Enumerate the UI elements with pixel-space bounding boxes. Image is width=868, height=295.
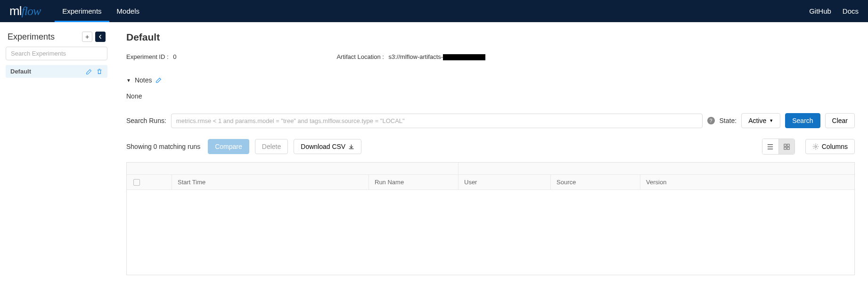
chevron-left-icon xyxy=(98,34,103,39)
grid-icon xyxy=(783,143,790,150)
runs-table: Start Time Run Name User Source Version xyxy=(126,162,855,275)
logo-text-flow: flow xyxy=(21,4,41,18)
svg-rect-1 xyxy=(787,144,789,146)
notes-toggle[interactable]: ▼ Notes xyxy=(126,76,855,84)
search-runs-label: Search Runs: xyxy=(126,117,166,124)
compare-button[interactable]: Compare xyxy=(208,139,249,154)
main-content: Default Experiment ID : 0 Artifact Locat… xyxy=(113,22,868,285)
plus-icon: + xyxy=(85,33,89,41)
collapse-sidebar-button[interactable] xyxy=(95,32,106,42)
search-experiments-input[interactable] xyxy=(6,47,107,60)
nav-tab-experiments[interactable]: Experiments xyxy=(55,0,109,22)
column-start-time[interactable]: Start Time xyxy=(172,175,369,189)
search-runs-input[interactable] xyxy=(171,114,703,128)
nav-tabs: Experiments Models xyxy=(55,0,147,22)
select-all-checkbox[interactable] xyxy=(133,179,140,186)
caret-down-icon: ▼ xyxy=(126,78,131,83)
column-version[interactable]: Version xyxy=(640,175,854,189)
notes-content: None xyxy=(126,92,855,100)
edit-icon[interactable] xyxy=(86,68,92,75)
download-label: Download CSV xyxy=(301,143,345,150)
add-experiment-button[interactable]: + xyxy=(82,32,92,42)
edit-notes-icon[interactable] xyxy=(156,77,162,83)
results-count: Showing 0 matching runs xyxy=(126,143,200,150)
column-run-name[interactable]: Run Name xyxy=(369,175,459,189)
columns-label: Columns xyxy=(822,143,848,150)
delete-icon[interactable] xyxy=(96,68,103,75)
logo-text-ml: ml xyxy=(9,4,21,18)
state-value: Active xyxy=(748,117,766,124)
page-title: Default xyxy=(126,32,855,43)
delete-button[interactable]: Delete xyxy=(255,139,288,154)
notes-label: Notes xyxy=(135,76,152,84)
table-body xyxy=(127,190,854,275)
gear-icon xyxy=(812,143,819,150)
experiment-id-value: 0 xyxy=(173,53,176,60)
redacted-block xyxy=(443,54,485,60)
svg-rect-3 xyxy=(787,147,789,149)
caret-down-icon: ▼ xyxy=(769,118,773,123)
clear-button[interactable]: Clear xyxy=(825,113,855,128)
link-github[interactable]: GitHub xyxy=(809,7,831,15)
artifact-location-label: Artifact Location : xyxy=(336,53,384,60)
help-icon[interactable]: ? xyxy=(707,117,715,124)
svg-rect-2 xyxy=(784,147,786,149)
svg-point-4 xyxy=(815,146,817,148)
state-label: State: xyxy=(720,117,737,124)
grid-view-button[interactable] xyxy=(778,139,794,154)
sidebar: Experiments + Default xyxy=(0,22,113,285)
nav-tab-models[interactable]: Models xyxy=(109,0,147,22)
header-right: GitHub Docs xyxy=(809,7,859,15)
state-dropdown[interactable]: Active ▼ xyxy=(741,113,780,128)
sidebar-item-default[interactable]: Default xyxy=(6,65,107,78)
download-csv-button[interactable]: Download CSV xyxy=(294,139,361,154)
logo: mlflow xyxy=(9,4,41,18)
view-toggle xyxy=(762,139,795,155)
artifact-location-value: s3://mlflow-artifacts- xyxy=(389,53,443,60)
svg-rect-0 xyxy=(784,144,786,146)
column-source[interactable]: Source xyxy=(551,175,640,189)
list-icon xyxy=(767,143,774,150)
experiment-meta: Experiment ID : 0 Artifact Location : s3… xyxy=(126,53,855,60)
columns-button[interactable]: Columns xyxy=(805,139,855,154)
download-icon xyxy=(348,144,354,150)
link-docs[interactable]: Docs xyxy=(843,7,859,15)
search-button[interactable]: Search xyxy=(785,113,820,128)
list-view-button[interactable] xyxy=(762,139,778,154)
experiment-id-label: Experiment ID : xyxy=(126,53,169,60)
column-user[interactable]: User xyxy=(459,175,551,189)
sidebar-title: Experiments xyxy=(8,32,55,42)
sidebar-item-label: Default xyxy=(10,68,31,75)
app-header: mlflow Experiments Models GitHub Docs xyxy=(0,0,868,22)
